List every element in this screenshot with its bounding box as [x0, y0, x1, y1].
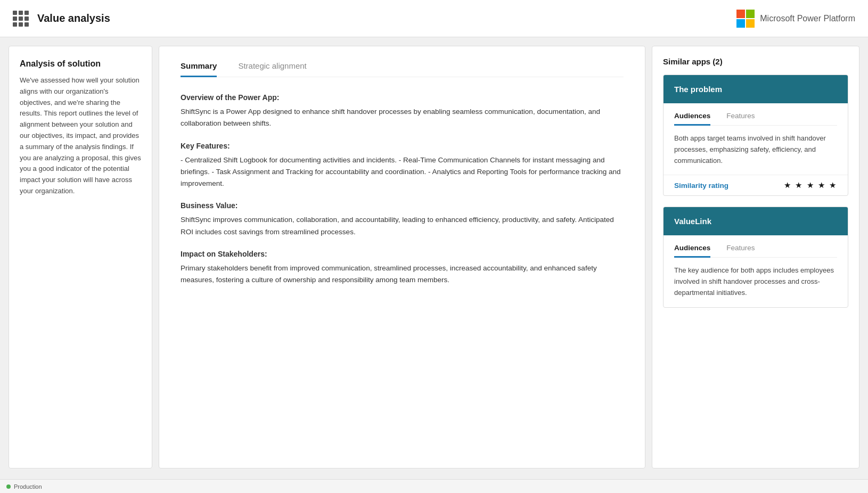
app-card-2-title: ValueLink [674, 217, 837, 226]
section-features-title: Key Features: [181, 142, 624, 150]
navbar: Value analysis Microsoft Power Platform [0, 0, 868, 37]
status-dot [6, 484, 11, 489]
left-panel-title: Analysis of solution [20, 59, 141, 69]
section-features-text: - Centralized Shift Logbook for document… [181, 154, 624, 190]
similarity-row-1: Similarity rating ★ ★ ★ ★ ★ [664, 175, 848, 195]
navbar-left: Value analysis [13, 11, 110, 27]
center-panel: Summary Strategic alignment Overview of … [159, 46, 645, 469]
app-card-2-tab-features[interactable]: Features [726, 244, 755, 258]
status-bar: Production [0, 479, 868, 493]
status-text: Production [14, 483, 42, 490]
section-bv-title: Business Value: [181, 201, 624, 210]
app-card-1-body: Audiences Features Both apps target team… [664, 103, 848, 175]
section-stakeholders-title: Impact on Stakeholders: [181, 250, 624, 258]
app-card-2-tab-audiences[interactable]: Audiences [674, 244, 710, 258]
similar-apps-title: Similar apps (2) [663, 57, 848, 66]
left-panel-text: We've assessed how well your solution al… [20, 75, 141, 197]
ms-squares-icon [736, 10, 755, 28]
app-card-1: The problem Audiences Features Both apps… [663, 75, 848, 196]
section-features: Key Features: - Centralized Shift Logboo… [181, 142, 624, 190]
app-card-2-text: The key audience for both apps includes … [674, 265, 837, 298]
section-overview-title: Overview of the Power App: [181, 93, 624, 102]
center-tabs: Summary Strategic alignment [181, 57, 624, 77]
app-card-1-tab-features[interactable]: Features [726, 112, 755, 126]
stars-1: ★ ★ ★ ★ ★ [784, 180, 837, 190]
section-stakeholders: Impact on Stakeholders: Primary stakehol… [181, 250, 624, 286]
right-panel: Similar apps (2) The problem Audiences F… [652, 46, 859, 469]
section-overview-text: ShiftSync is a Power App designed to enh… [181, 106, 624, 130]
section-bv-text: ShiftSync improves communication, collab… [181, 214, 624, 238]
app-card-2-header: ValueLink [664, 207, 848, 235]
app-card-2-tabs: Audiences Features [674, 244, 837, 258]
app-card-2: ValueLink Audiences Features The key aud… [663, 207, 848, 307]
app-title: Value analysis [37, 12, 110, 24]
waffle-icon[interactable] [13, 11, 29, 27]
tab-summary[interactable]: Summary [181, 57, 217, 77]
tab-strategic-alignment[interactable]: Strategic alignment [238, 57, 306, 77]
left-panel: Analysis of solution We've assessed how … [9, 46, 152, 469]
ms-logo-text: Microsoft Power Platform [760, 14, 855, 23]
section-stakeholders-text: Primary stakeholders benefit from improv… [181, 262, 624, 286]
app-card-1-text: Both apps target teams involved in shift… [674, 133, 837, 166]
app-card-2-body: Audiences Features The key audience for … [664, 235, 848, 307]
section-overview: Overview of the Power App: ShiftSync is … [181, 93, 624, 130]
main-area: Analysis of solution We've assessed how … [0, 37, 868, 477]
ms-logo: Microsoft Power Platform [736, 10, 855, 28]
similarity-label-1: Similarity rating [674, 182, 728, 190]
section-business-value: Business Value: ShiftSync improves commu… [181, 201, 624, 238]
app-card-1-title: The problem [674, 85, 837, 94]
app-card-1-header: The problem [664, 75, 848, 103]
app-card-1-tabs: Audiences Features [674, 112, 837, 126]
app-card-1-tab-audiences[interactable]: Audiences [674, 112, 710, 126]
